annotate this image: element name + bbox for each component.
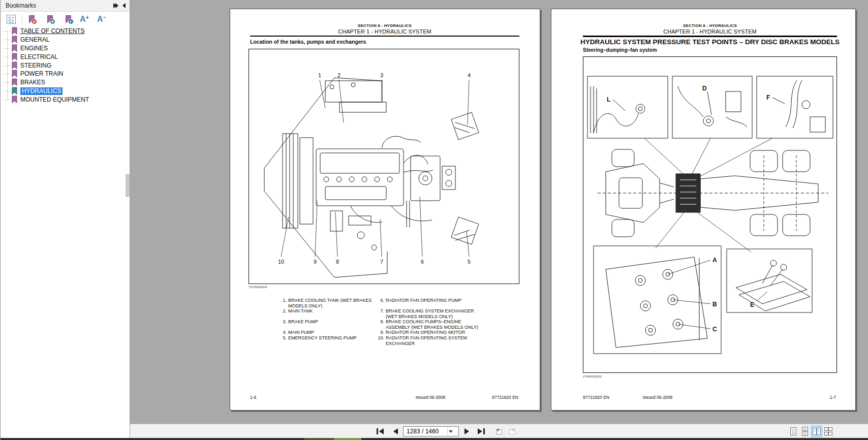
- taskbar-edge: [1, 438, 868, 440]
- bookmark-flag-icon: [11, 53, 18, 61]
- facing-icon: [812, 427, 821, 436]
- callout-6: 6: [421, 259, 424, 265]
- legend-item: 6.RADIATOR FAN OPERATING PUMP: [378, 298, 486, 303]
- double-arrow-right-icon[interactable]: [113, 3, 118, 8]
- legend-item: 8.BRAKE COOLING PUMPS–ENGINE ASSEMBLY (W…: [378, 319, 486, 330]
- pdf-reader-window: Bookmarks: [0, 0, 868, 440]
- bookmark-item-hydraulics[interactable]: HYDRAULICS: [4, 87, 63, 95]
- legend-item: 4.MAIN PUMP: [280, 330, 373, 335]
- callout-9: 9: [314, 259, 317, 265]
- bookmark-item-brakes[interactable]: BRAKES: [4, 78, 45, 86]
- engine-location-figure: 1 2 3 4 10 9 8 7 6 5: [249, 49, 519, 284]
- label-B: B: [712, 301, 717, 308]
- first-page-button[interactable]: [377, 424, 384, 438]
- chapter-header: CHAPTER 1 - HYDRAULIC SYSTEM: [250, 28, 519, 35]
- legend-item: 9.RADIATOR FAN OPERATING MOTOR: [378, 330, 486, 335]
- bookmark-item-steering[interactable]: STEERING: [4, 61, 51, 70]
- facing-mode-button[interactable]: [811, 426, 822, 437]
- bookmark-flag-icon: [11, 36, 18, 44]
- bookmarks-panel-title: Bookmarks: [6, 2, 36, 9]
- callout-5: 5: [468, 259, 471, 265]
- callout-7: 7: [380, 259, 383, 265]
- bookmark-item-table-of-contents[interactable]: TABLE OF CONTENTS: [4, 27, 84, 35]
- continuous-icon: [801, 427, 809, 436]
- bookmark-flag-icon: [11, 96, 18, 104]
- previous-view-icon: [494, 427, 503, 436]
- engine-location-drawing: 1 2 3 4 10 9 8 7 6 5: [249, 49, 518, 283]
- figure-code: T276ID002A: [249, 286, 267, 289]
- pressure-test-points-drawing: L D F A B C E: [583, 57, 836, 372]
- label-A: A: [712, 257, 717, 264]
- label-L: L: [607, 96, 610, 103]
- page-number-input[interactable]: [404, 427, 447, 435]
- delete-bookmark-icon[interactable]: [28, 15, 37, 24]
- bookmark-flag-icon: [11, 27, 18, 35]
- bookmark-item-general[interactable]: GENERAL: [4, 36, 49, 44]
- bookmark-item-electrical[interactable]: ELECTRICAL: [4, 53, 58, 61]
- pdf-page-right: SECTION 8 - HYDRAULICS CHAPTER 1 - HYDRA…: [551, 9, 856, 411]
- bookmark-item-mounted-equipment[interactable]: MOUNTED EQUIPMENT: [4, 96, 89, 104]
- section-header: SECTION 8 - HYDRAULICS: [250, 23, 519, 28]
- bookmark-flag-icon-selected: [11, 87, 18, 95]
- callout-2: 2: [337, 72, 340, 78]
- single-page-mode-button[interactable]: [788, 426, 799, 437]
- label-D: D: [702, 85, 707, 92]
- bookmark-flag-icon: [11, 78, 18, 86]
- bookmark-flag-icon: [11, 70, 18, 78]
- label-E: E: [750, 301, 754, 308]
- doc-number: 87721820 EN: [583, 395, 609, 400]
- decrease-text-size-button[interactable]: A−: [97, 15, 106, 24]
- label-C: C: [712, 326, 717, 333]
- header-rule: [583, 36, 837, 37]
- page-number: 1-7: [830, 395, 836, 400]
- bookmark-flag-icon: [11, 44, 18, 52]
- bookmark-options-icon[interactable]: [7, 15, 16, 24]
- legend-item: 5.EMERGENCY STEERING PUMP: [280, 335, 373, 341]
- add-bookmark-icon[interactable]: [46, 15, 55, 24]
- view-toolbar: 75%: [130, 424, 868, 438]
- legend-item: 2.MAIN TANK: [280, 308, 373, 314]
- next-page-button[interactable]: [464, 424, 469, 438]
- single-page-icon: [789, 427, 797, 436]
- bookmarks-toolbar: A+ A−: [1, 12, 130, 27]
- bookmark-flag-icon: [11, 61, 18, 70]
- previous-page-button[interactable]: [393, 424, 398, 438]
- pressure-test-points-figure: L D F A B C E: [583, 56, 837, 373]
- legend-item: 10.RADIATOR FAN OPERATING SYSTEM EXCHANG…: [378, 335, 486, 346]
- issued-date: Issued 06-2008: [635, 395, 680, 400]
- doc-number: 87721820 EN: [492, 395, 518, 400]
- chapter-header: CHAPTER 1 - HYDRAULIC SYSTEM: [583, 28, 837, 35]
- page-title: HYDRAULIC SYSTEM PRESSURE TEST POINTS – …: [568, 38, 852, 46]
- bookmarks-panel-header: Bookmarks: [1, 0, 130, 12]
- page-number-field[interactable]: [403, 426, 459, 436]
- figure-code: 276A010002: [583, 375, 602, 378]
- toolbar-separator: [22, 14, 22, 24]
- facing-continuous-mode-button[interactable]: [823, 426, 834, 437]
- continuous-mode-button[interactable]: [799, 426, 811, 437]
- bookmark-item-power-train[interactable]: POWER TRAIN: [4, 70, 63, 78]
- callout-3: 3: [380, 72, 383, 78]
- section-header: SECTION 8 - HYDRAULICS: [583, 23, 837, 28]
- previous-view-button[interactable]: [494, 424, 503, 438]
- pdf-page-left: SECTION 8 - HYDRAULICS CHAPTER 1 - HYDRA…: [230, 9, 540, 411]
- increase-text-size-button[interactable]: A+: [80, 15, 89, 24]
- page-dropdown-caret-icon[interactable]: [449, 430, 453, 433]
- bookmarks-panel: Bookmarks: [1, 0, 130, 438]
- next-view-button[interactable]: [508, 424, 517, 438]
- legend-item: 3.BRAKE PUMP: [280, 319, 373, 325]
- header-rule: [250, 36, 519, 37]
- next-view-icon: [508, 427, 517, 436]
- goto-bookmark-icon[interactable]: [65, 15, 74, 24]
- label-F: F: [766, 94, 770, 101]
- sidebar-scrollbar-thumb[interactable]: [126, 174, 130, 197]
- legend-item: 7.BRAKE COOLING SYSTEM EXCHANGER (WET BR…: [378, 308, 486, 319]
- page-number: 1-6: [250, 395, 256, 400]
- figure-subtitle: Steering–dumping–fan system: [583, 47, 657, 53]
- bookmark-item-engines[interactable]: ENGINES: [4, 44, 48, 52]
- taskbar-green-segment: [334, 438, 361, 440]
- last-page-button[interactable]: [478, 424, 485, 438]
- facing-continuous-icon: [824, 427, 833, 436]
- issued-date: Issued 06-2008: [408, 395, 453, 400]
- arrow-left-icon[interactable]: [122, 3, 126, 8]
- callout-4: 4: [468, 72, 471, 78]
